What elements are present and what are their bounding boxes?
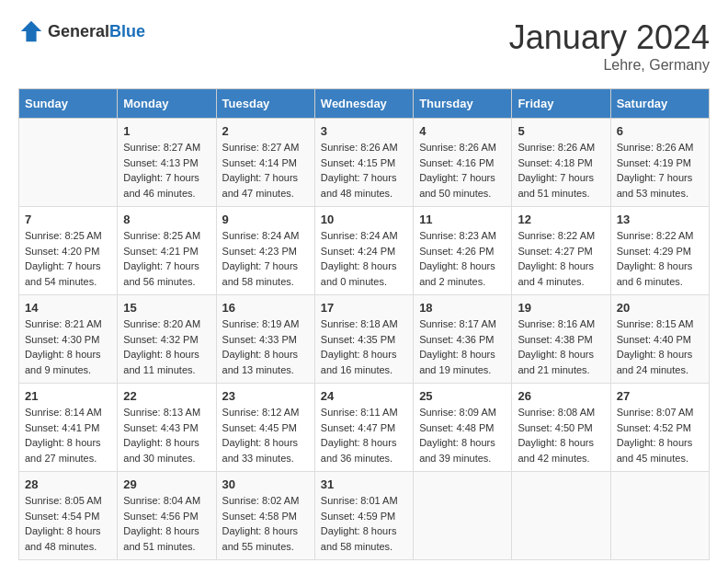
day-number: 17	[321, 301, 407, 315]
page-header: GeneralBlue January 2024 Lehre, Germany	[18, 18, 710, 74]
day-info: Sunrise: 8:25 AMSunset: 4:20 PMDaylight:…	[25, 228, 111, 289]
day-info: Sunrise: 8:26 AMSunset: 4:19 PMDaylight:…	[617, 140, 703, 201]
logo-text-general: General	[48, 22, 109, 40]
calendar-cell: 28Sunrise: 8:05 AMSunset: 4:54 PMDayligh…	[19, 472, 118, 560]
day-info: Sunrise: 8:08 AMSunset: 4:50 PMDaylight:…	[518, 405, 604, 465]
calendar-cell: 30Sunrise: 8:02 AMSunset: 4:58 PMDayligh…	[216, 472, 314, 560]
logo: GeneralBlue	[18, 18, 145, 44]
day-info: Sunrise: 8:27 AMSunset: 4:13 PMDaylight:…	[123, 140, 210, 201]
calendar-cell: 5Sunrise: 8:26 AMSunset: 4:18 PMDaylight…	[512, 119, 610, 207]
header-tuesday: Tuesday	[216, 89, 314, 119]
calendar-cell: 29Sunrise: 8:04 AMSunset: 4:56 PMDayligh…	[118, 472, 216, 560]
calendar-cell: 27Sunrise: 8:07 AMSunset: 4:52 PMDayligh…	[610, 384, 709, 472]
calendar-cell: 2Sunrise: 8:27 AMSunset: 4:14 PMDaylight…	[216, 119, 314, 207]
logo-text-blue: Blue	[109, 22, 145, 40]
calendar-week-2: 14Sunrise: 8:21 AMSunset: 4:30 PMDayligh…	[19, 295, 710, 384]
day-number: 20	[617, 301, 703, 315]
day-info: Sunrise: 8:26 AMSunset: 4:15 PMDaylight:…	[321, 140, 407, 201]
day-info: Sunrise: 8:21 AMSunset: 4:30 PMDaylight:…	[25, 316, 111, 377]
calendar-week-4: 28Sunrise: 8:05 AMSunset: 4:54 PMDayligh…	[19, 472, 710, 560]
calendar-cell	[19, 119, 118, 207]
calendar-cell	[610, 472, 709, 560]
calendar-cell	[512, 472, 610, 560]
calendar-cell: 18Sunrise: 8:17 AMSunset: 4:36 PMDayligh…	[414, 295, 512, 384]
calendar-cell: 7Sunrise: 8:25 AMSunset: 4:20 PMDaylight…	[19, 207, 118, 295]
day-number: 12	[518, 213, 604, 226]
header-friday: Friday	[512, 89, 610, 119]
day-info: Sunrise: 8:12 AMSunset: 4:45 PMDaylight:…	[222, 405, 309, 465]
day-info: Sunrise: 8:11 AMSunset: 4:47 PMDaylight:…	[321, 405, 407, 465]
calendar-cell: 24Sunrise: 8:11 AMSunset: 4:47 PMDayligh…	[314, 384, 413, 472]
calendar-cell: 17Sunrise: 8:18 AMSunset: 4:35 PMDayligh…	[314, 295, 413, 384]
month-title: January 2024	[509, 18, 710, 57]
day-info: Sunrise: 8:01 AMSunset: 4:59 PMDaylight:…	[321, 493, 407, 554]
day-number: 19	[518, 301, 604, 315]
day-number: 6	[617, 124, 703, 138]
day-info: Sunrise: 8:18 AMSunset: 4:35 PMDaylight:…	[321, 316, 407, 377]
day-info: Sunrise: 8:20 AMSunset: 4:32 PMDaylight:…	[123, 316, 210, 377]
day-info: Sunrise: 8:07 AMSunset: 4:52 PMDaylight:…	[617, 405, 703, 465]
day-number: 24	[321, 389, 407, 403]
day-number: 26	[518, 389, 604, 403]
day-number: 5	[518, 124, 604, 138]
calendar-cell: 8Sunrise: 8:25 AMSunset: 4:21 PMDaylight…	[118, 207, 216, 295]
day-info: Sunrise: 8:17 AMSunset: 4:36 PMDaylight:…	[419, 316, 506, 377]
day-number: 15	[123, 301, 210, 315]
calendar-cell: 15Sunrise: 8:20 AMSunset: 4:32 PMDayligh…	[118, 295, 216, 384]
day-number: 3	[321, 124, 407, 138]
calendar-cell: 3Sunrise: 8:26 AMSunset: 4:15 PMDaylight…	[314, 119, 413, 207]
header-row: SundayMondayTuesdayWednesdayThursdayFrid…	[19, 89, 710, 119]
calendar-week-0: 1Sunrise: 8:27 AMSunset: 4:13 PMDaylight…	[19, 119, 710, 207]
day-info: Sunrise: 8:13 AMSunset: 4:43 PMDaylight:…	[123, 405, 210, 465]
day-number: 25	[419, 389, 506, 403]
day-number: 10	[321, 213, 407, 226]
day-number: 2	[222, 124, 309, 138]
day-number: 9	[222, 213, 309, 226]
calendar-cell: 21Sunrise: 8:14 AMSunset: 4:41 PMDayligh…	[19, 384, 118, 472]
day-number: 13	[617, 213, 703, 226]
day-number: 29	[123, 477, 210, 491]
day-number: 8	[123, 213, 210, 226]
day-number: 11	[419, 213, 506, 226]
day-number: 18	[419, 301, 506, 315]
day-number: 4	[419, 124, 506, 138]
calendar-table: SundayMondayTuesdayWednesdayThursdayFrid…	[18, 88, 710, 560]
header-wednesday: Wednesday	[314, 89, 413, 119]
day-number: 16	[222, 301, 309, 315]
calendar-cell: 4Sunrise: 8:26 AMSunset: 4:16 PMDaylight…	[414, 119, 512, 207]
day-info: Sunrise: 8:14 AMSunset: 4:41 PMDaylight:…	[25, 405, 111, 465]
calendar-cell: 13Sunrise: 8:22 AMSunset: 4:29 PMDayligh…	[610, 207, 709, 295]
day-info: Sunrise: 8:19 AMSunset: 4:33 PMDaylight:…	[222, 316, 309, 377]
calendar-cell: 26Sunrise: 8:08 AMSunset: 4:50 PMDayligh…	[512, 384, 610, 472]
day-number: 1	[123, 124, 210, 138]
day-number: 22	[123, 389, 210, 403]
day-info: Sunrise: 8:23 AMSunset: 4:26 PMDaylight:…	[419, 228, 506, 289]
calendar-cell: 20Sunrise: 8:15 AMSunset: 4:40 PMDayligh…	[610, 295, 709, 384]
svg-marker-0	[21, 21, 41, 41]
header-thursday: Thursday	[414, 89, 512, 119]
calendar-cell: 19Sunrise: 8:16 AMSunset: 4:38 PMDayligh…	[512, 295, 610, 384]
calendar-cell: 1Sunrise: 8:27 AMSunset: 4:13 PMDaylight…	[118, 119, 216, 207]
location: Lehre, Germany	[509, 57, 710, 74]
day-number: 30	[222, 477, 309, 491]
title-area: January 2024 Lehre, Germany	[509, 18, 710, 74]
calendar-week-1: 7Sunrise: 8:25 AMSunset: 4:20 PMDaylight…	[19, 207, 710, 295]
day-info: Sunrise: 8:09 AMSunset: 4:48 PMDaylight:…	[419, 405, 506, 465]
calendar-cell: 25Sunrise: 8:09 AMSunset: 4:48 PMDayligh…	[414, 384, 512, 472]
day-info: Sunrise: 8:26 AMSunset: 4:18 PMDaylight:…	[518, 140, 604, 201]
day-number: 7	[25, 213, 111, 226]
day-info: Sunrise: 8:26 AMSunset: 4:16 PMDaylight:…	[419, 140, 506, 201]
day-info: Sunrise: 8:22 AMSunset: 4:29 PMDaylight:…	[617, 228, 703, 289]
day-number: 21	[25, 389, 111, 403]
calendar-cell: 6Sunrise: 8:26 AMSunset: 4:19 PMDaylight…	[610, 119, 709, 207]
calendar-cell	[414, 472, 512, 560]
calendar-cell: 12Sunrise: 8:22 AMSunset: 4:27 PMDayligh…	[512, 207, 610, 295]
day-number: 31	[321, 477, 407, 491]
calendar-cell: 9Sunrise: 8:24 AMSunset: 4:23 PMDaylight…	[216, 207, 314, 295]
day-number: 14	[25, 301, 111, 315]
day-info: Sunrise: 8:05 AMSunset: 4:54 PMDaylight:…	[25, 493, 111, 554]
calendar-cell: 22Sunrise: 8:13 AMSunset: 4:43 PMDayligh…	[118, 384, 216, 472]
day-info: Sunrise: 8:16 AMSunset: 4:38 PMDaylight:…	[518, 316, 604, 377]
day-info: Sunrise: 8:04 AMSunset: 4:56 PMDaylight:…	[123, 493, 210, 554]
header-monday: Monday	[118, 89, 216, 119]
